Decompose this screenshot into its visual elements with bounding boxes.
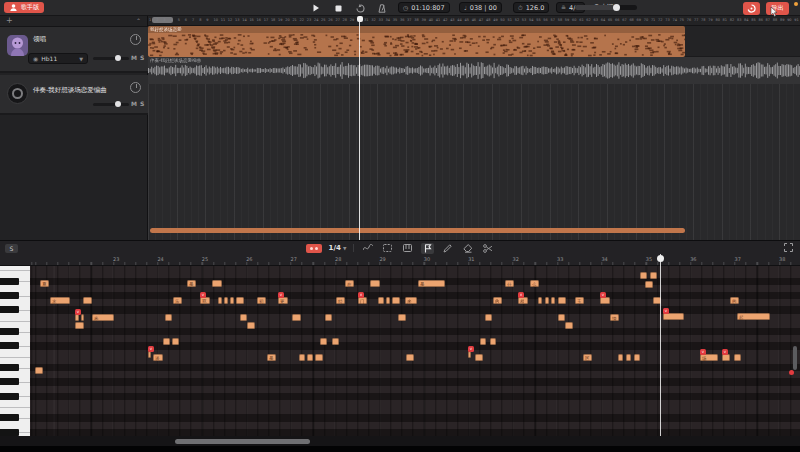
black-key[interactable] bbox=[0, 306, 19, 313]
collapse-panel-button[interactable]: ⌃ bbox=[136, 17, 141, 24]
play-button[interactable] bbox=[310, 3, 322, 13]
timeline[interactable]: 1234567891011121314151617181920212223242… bbox=[148, 16, 800, 240]
note-marker-badge[interactable]: v bbox=[468, 346, 474, 352]
black-key[interactable] bbox=[0, 393, 19, 400]
midi-note[interactable] bbox=[230, 297, 234, 304]
midi-note[interactable] bbox=[378, 297, 384, 304]
midi-note[interactable] bbox=[398, 314, 406, 321]
midi-note[interactable] bbox=[485, 314, 492, 321]
midi-note[interactable] bbox=[565, 322, 573, 329]
timeline-hscrollbar[interactable] bbox=[150, 228, 685, 233]
midi-note[interactable]: 门v bbox=[358, 297, 367, 304]
note-marker-badge[interactable]: v bbox=[358, 292, 364, 298]
piano-keys[interactable]: C4 bbox=[0, 266, 30, 436]
note-marker-badge[interactable]: v bbox=[200, 292, 206, 298]
black-key[interactable] bbox=[0, 278, 19, 285]
pianoroll-grid[interactable]: 夏是在是什么水乐双v初更v特门v来的相v玉v的v米情v起v谈是v区场vv bbox=[30, 266, 800, 436]
note-marker-badge[interactable]: v bbox=[600, 292, 606, 298]
pianoroll-vscrollbar[interactable] bbox=[793, 346, 797, 370]
track-volume-knob[interactable] bbox=[115, 55, 121, 61]
black-key[interactable] bbox=[0, 414, 19, 421]
playhead-handle[interactable] bbox=[657, 255, 664, 262]
playhead-handle[interactable] bbox=[357, 16, 363, 22]
midi-note[interactable]: 双v bbox=[200, 297, 210, 304]
track-name[interactable]: 伴奏-我好想谈场恋爱编曲 bbox=[33, 86, 107, 95]
playhead[interactable] bbox=[359, 16, 360, 240]
midi-note[interactable]: 谈 bbox=[153, 354, 163, 361]
pianoroll-ruler[interactable]: 23242526272829303132333435363738 bbox=[0, 254, 800, 266]
midi-note[interactable] bbox=[650, 272, 657, 279]
midi-note[interactable] bbox=[292, 314, 301, 321]
midi-note[interactable] bbox=[634, 354, 640, 361]
midi-note[interactable] bbox=[490, 338, 496, 345]
midi-note[interactable]: 场v bbox=[700, 354, 718, 361]
note-marker-badge[interactable]: v bbox=[278, 292, 284, 298]
track-name[interactable]: 领唱 bbox=[33, 35, 46, 44]
midi-note[interactable]: 来 bbox=[405, 297, 417, 304]
midi-note[interactable]: 相v bbox=[518, 297, 528, 304]
midi-note[interactable] bbox=[618, 354, 623, 361]
midi-note[interactable]: 夏 bbox=[40, 280, 49, 287]
midi-note[interactable]: 是 bbox=[267, 354, 276, 361]
expand-pianoroll-button[interactable] bbox=[784, 243, 793, 252]
midi-note[interactable]: 的 bbox=[493, 297, 502, 304]
note-marker-badge[interactable]: v bbox=[722, 349, 728, 355]
keyboard-view-tool[interactable] bbox=[401, 243, 414, 254]
midi-note[interactable] bbox=[320, 338, 327, 345]
track-gain-knob[interactable] bbox=[130, 82, 141, 93]
black-key[interactable] bbox=[0, 328, 19, 335]
midi-note[interactable]: 是 bbox=[187, 280, 196, 287]
midi-note[interactable]: 什 bbox=[505, 280, 514, 287]
note-marker-badge[interactable]: v bbox=[700, 349, 706, 355]
master-volume-slider[interactable] bbox=[575, 5, 637, 10]
loop-button[interactable] bbox=[354, 3, 366, 13]
solo-button[interactable]: S bbox=[140, 100, 144, 107]
black-key[interactable] bbox=[0, 378, 19, 385]
bpm-display[interactable]: ⏱ 126.0 bbox=[513, 2, 549, 13]
midi-note[interactable]: 在 bbox=[345, 280, 354, 287]
midi-note[interactable] bbox=[551, 297, 555, 304]
midi-note[interactable] bbox=[75, 322, 84, 329]
midi-note[interactable] bbox=[386, 297, 390, 304]
audio-region[interactable]: 伴奏-我好想谈场恋爱编曲 bbox=[148, 57, 800, 84]
beat-display[interactable]: ♩ 038 | 00 bbox=[459, 2, 502, 13]
midi-note[interactable] bbox=[315, 354, 323, 361]
mute-button[interactable]: M bbox=[131, 100, 137, 107]
add-track-button[interactable]: + bbox=[6, 16, 13, 25]
track-row-vocal[interactable]: 领唱 ◉ Hb11 ▼ M S bbox=[0, 27, 148, 73]
midi-note[interactable] bbox=[325, 314, 332, 321]
pianoroll-playhead[interactable] bbox=[660, 254, 661, 436]
voice-select[interactable]: ◉ Hb11 ▼ bbox=[28, 53, 88, 64]
midi-note[interactable] bbox=[307, 354, 313, 361]
black-key[interactable] bbox=[0, 429, 19, 436]
midi-note[interactable] bbox=[247, 322, 255, 329]
volume-knob[interactable] bbox=[613, 4, 620, 11]
midi-note[interactable] bbox=[538, 297, 542, 304]
midi-note[interactable]: v bbox=[75, 314, 79, 321]
track-volume-slider[interactable] bbox=[93, 57, 129, 60]
stop-button[interactable] bbox=[332, 3, 344, 13]
solo-button[interactable]: S bbox=[140, 54, 144, 61]
midi-note[interactable]: 是 bbox=[418, 280, 445, 287]
track-gain-knob[interactable] bbox=[130, 34, 141, 45]
midi-note[interactable]: 水 bbox=[50, 297, 70, 304]
note-marker-badge[interactable]: v bbox=[148, 346, 154, 352]
midi-note[interactable] bbox=[218, 297, 222, 304]
note-marker-badge[interactable]: v bbox=[518, 292, 524, 298]
pencil-tool[interactable] bbox=[441, 243, 454, 254]
midi-note[interactable] bbox=[558, 314, 565, 321]
midi-note[interactable] bbox=[406, 354, 414, 361]
midi-note[interactable] bbox=[236, 297, 244, 304]
midi-note[interactable] bbox=[299, 354, 305, 361]
midi-note[interactable] bbox=[35, 367, 43, 374]
pitch-curve-tool[interactable] bbox=[361, 243, 374, 254]
midi-note[interactable]: 乐 bbox=[173, 297, 182, 304]
black-key[interactable] bbox=[0, 364, 19, 371]
midi-note[interactable] bbox=[172, 338, 179, 345]
midi-note[interactable] bbox=[645, 281, 653, 288]
midi-note[interactable]: v bbox=[663, 313, 684, 320]
midi-note[interactable] bbox=[545, 297, 549, 304]
midi-note[interactable]: 更v bbox=[278, 297, 288, 304]
midi-note[interactable] bbox=[224, 297, 228, 304]
midi-note[interactable] bbox=[475, 354, 483, 361]
